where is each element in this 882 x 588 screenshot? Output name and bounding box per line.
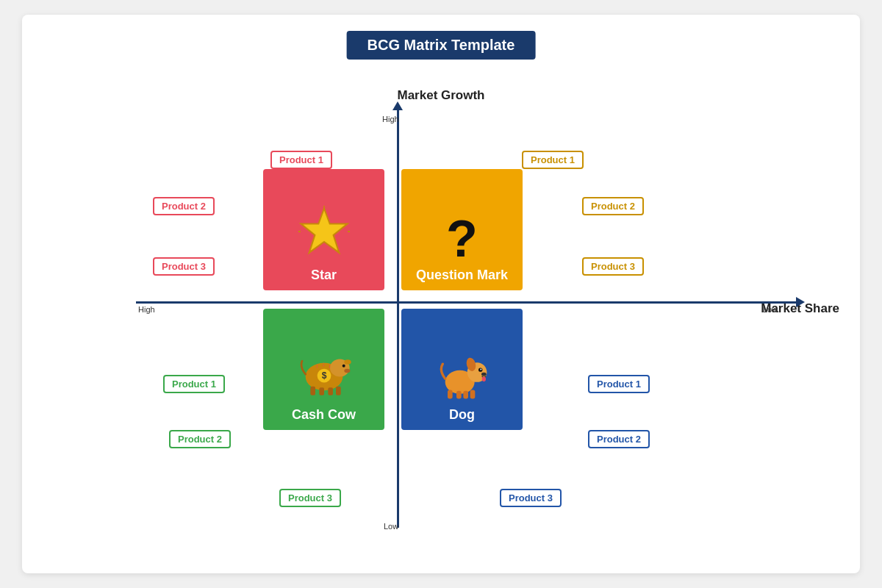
svg-text:↓: ↓ xyxy=(328,362,331,370)
svg-text:$: $ xyxy=(321,370,326,381)
svg-marker-0 xyxy=(301,209,347,253)
question-quadrant: ? Question Mark xyxy=(401,169,523,290)
market-growth-label: Market Growth xyxy=(397,88,484,103)
dog-product3-tag: Product 3 xyxy=(500,489,562,507)
svg-point-8 xyxy=(344,369,350,373)
star-product3-tag: Product 3 xyxy=(153,257,215,276)
vertical-axis xyxy=(397,109,399,528)
high-growth-label: High xyxy=(382,115,399,123)
star-label: Star xyxy=(311,268,337,283)
dog-quadrant: Dog xyxy=(401,309,523,430)
page-title: BCG Matrix Template xyxy=(347,31,536,60)
svg-rect-9 xyxy=(310,387,315,395)
dog-label: Dog xyxy=(449,407,475,423)
low-share-label: Low xyxy=(763,305,778,314)
star-icon xyxy=(298,206,350,265)
star-product2-tag: Product 2 xyxy=(153,197,215,215)
dog-icon xyxy=(433,346,492,404)
svg-point-7 xyxy=(342,365,345,368)
svg-text:↓: ↓ xyxy=(315,362,319,370)
dog-product1-tag: Product 1 xyxy=(588,375,650,393)
svg-point-23 xyxy=(481,373,487,376)
svg-point-6 xyxy=(344,359,351,365)
low-growth-label: Low xyxy=(384,522,398,531)
cashcow-product3-tag: Product 3 xyxy=(279,489,341,507)
svg-point-22 xyxy=(480,369,481,370)
cashcow-product2-tag: Product 2 xyxy=(169,430,231,448)
cashcow-product1-tag: Product 1 xyxy=(163,375,225,393)
svg-text:↓: ↓ xyxy=(321,360,325,368)
question-product1-tag: Product 1 xyxy=(522,151,584,169)
high-share-label: High xyxy=(138,305,155,314)
bcg-matrix-container: BCG Matrix Template Market Growth Market… xyxy=(22,15,860,573)
cow-icon: $ ↓ ↓ ↓ xyxy=(295,342,354,404)
svg-rect-11 xyxy=(328,387,333,395)
cashcow-label: Cash Cow xyxy=(292,407,356,423)
star-product1-tag: Product 1 xyxy=(270,151,332,169)
question-icon: ? xyxy=(446,213,478,265)
svg-rect-25 xyxy=(448,390,453,399)
svg-rect-26 xyxy=(456,391,462,399)
horizontal-axis xyxy=(136,301,797,304)
svg-rect-27 xyxy=(463,391,468,399)
question-product2-tag: Product 2 xyxy=(582,197,644,215)
svg-rect-12 xyxy=(336,387,341,395)
svg-rect-28 xyxy=(470,390,475,399)
question-product3-tag: Product 3 xyxy=(582,257,644,276)
dog-product2-tag: Product 2 xyxy=(588,430,650,448)
question-label: Question Mark xyxy=(416,268,508,283)
star-quadrant: Star xyxy=(263,169,384,290)
svg-point-24 xyxy=(481,377,485,382)
svg-rect-10 xyxy=(319,387,324,395)
cashcow-quadrant: $ ↓ ↓ ↓ Cash Cow xyxy=(263,309,384,430)
